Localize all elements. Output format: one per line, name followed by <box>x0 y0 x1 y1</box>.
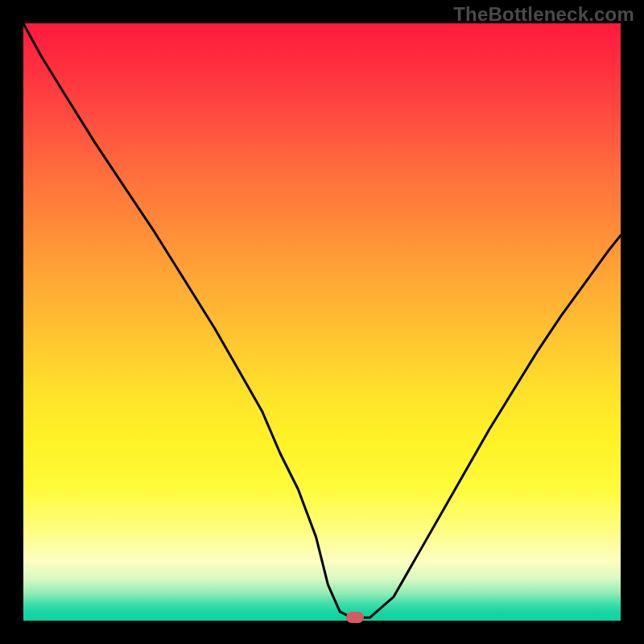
chart-frame: TheBottleneck.com <box>0 0 644 644</box>
bottleneck-curve-path <box>23 23 621 617</box>
curve-svg <box>23 23 621 621</box>
watermark-text: TheBottleneck.com <box>453 3 634 26</box>
plot-area <box>23 23 621 621</box>
min-marker <box>346 612 364 623</box>
